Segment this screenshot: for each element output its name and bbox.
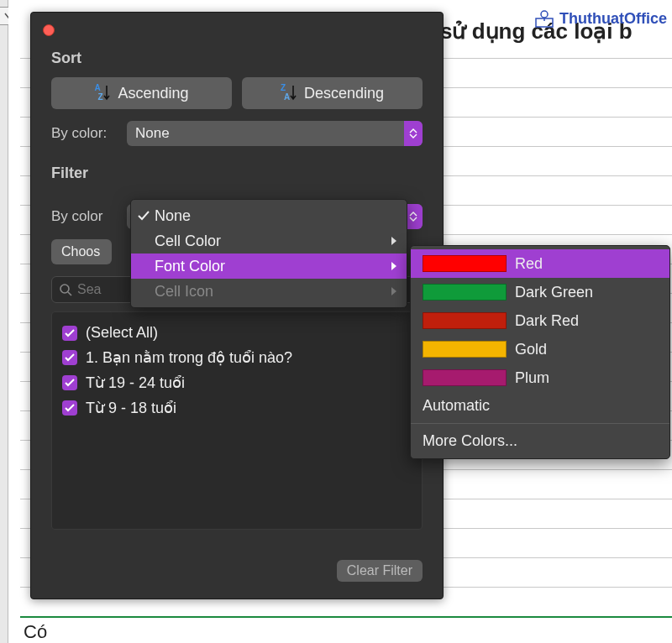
descending-label: Descending xyxy=(304,85,384,102)
watermark: ThuthuatOffice xyxy=(533,7,667,30)
dropdown-item-none[interactable]: None xyxy=(131,203,407,228)
watermark-icon xyxy=(533,7,556,30)
checkbox-icon[interactable] xyxy=(62,326,77,341)
bottom-cell[interactable]: Có xyxy=(20,616,672,643)
row-headers xyxy=(0,0,8,643)
more-colors-label: More Colors... xyxy=(423,432,517,449)
color-swatch xyxy=(423,255,507,272)
sort-by-color-select[interactable]: None xyxy=(127,121,423,146)
dropdown-item-label: Cell Color xyxy=(155,233,221,250)
search-icon xyxy=(59,283,72,296)
checkbox-icon[interactable] xyxy=(62,400,77,416)
color-name: Plum xyxy=(515,369,549,387)
color-item-red[interactable]: Red xyxy=(411,249,669,278)
automatic-label: Automatic xyxy=(423,397,490,414)
check-icon xyxy=(138,211,150,221)
filter-check-item[interactable]: Từ 19 - 24 tuổi xyxy=(62,370,412,395)
watermark-text: ThuthuatOffice xyxy=(559,10,667,28)
dropdown-item-font-color[interactable]: Font Color xyxy=(131,254,407,279)
svg-point-1 xyxy=(541,11,548,18)
sort-descending-button[interactable]: ZA Descending xyxy=(242,77,423,109)
font-color-submenu: Red Dark Green Dark Red Gold Plum Automa… xyxy=(410,245,670,459)
color-swatch xyxy=(423,284,507,301)
filter-section-title: Filter xyxy=(51,165,443,182)
choose-one-button[interactable]: Choos xyxy=(51,239,112,264)
dropdown-item-cell-color[interactable]: Cell Color xyxy=(131,228,407,254)
dropdown-item-label: Cell Icon xyxy=(155,283,213,301)
dropdown-item-label: None xyxy=(155,207,191,225)
color-item-dark-green[interactable]: Dark Green xyxy=(411,278,669,306)
svg-line-4 xyxy=(68,292,71,295)
color-item-gold[interactable]: Gold xyxy=(411,335,669,363)
more-colors-item[interactable]: More Colors... xyxy=(411,427,669,455)
filter-item-label: (Select All) xyxy=(86,324,158,342)
checkbox-icon[interactable] xyxy=(62,375,77,390)
filter-item-label: 1. Bạn nằm trong độ tuổi nào? xyxy=(86,348,292,367)
color-item-dark-red[interactable]: Dark Red xyxy=(411,306,669,335)
filter-check-item[interactable]: Từ 9 - 18 tuổi xyxy=(62,395,412,421)
filter-check-item[interactable]: (Select All) xyxy=(62,321,412,345)
color-swatch xyxy=(423,341,507,358)
color-name: Dark Red xyxy=(515,312,579,330)
filter-by-color-label: By color xyxy=(51,208,117,225)
filter-checklist: (Select All) 1. Bạn nằm trong độ tuổi nà… xyxy=(51,311,423,530)
clear-filter-label: Clear Filter xyxy=(347,563,412,578)
filter-item-label: Từ 19 - 24 tuổi xyxy=(86,374,185,392)
clear-filter-button[interactable]: Clear Filter xyxy=(337,560,423,582)
filter-item-label: Từ 9 - 18 tuổi xyxy=(86,399,176,417)
submenu-separator xyxy=(411,423,669,424)
checkbox-icon[interactable] xyxy=(62,350,77,365)
select-stepper-icon xyxy=(404,121,423,146)
sort-section-title: Sort xyxy=(51,50,443,67)
chevron-right-icon xyxy=(390,261,398,271)
dropdown-item-cell-icon: Cell Icon xyxy=(131,279,407,304)
dropdown-item-label: Font Color xyxy=(155,258,225,275)
color-item-automatic[interactable]: Automatic xyxy=(411,392,669,420)
filter-check-item[interactable]: 1. Bạn nằm trong độ tuổi nào? xyxy=(62,345,412,370)
sort-by-color-label: By color: xyxy=(51,125,117,142)
color-swatch xyxy=(423,369,507,386)
ascending-label: Ascending xyxy=(118,85,188,102)
chevron-right-icon xyxy=(390,236,398,246)
sort-by-color-value: None xyxy=(135,125,170,142)
chevron-right-icon xyxy=(390,286,398,296)
by-color-dropdown-menu: None Cell Color Font Color Cell Icon xyxy=(130,199,407,308)
descending-icon: ZA xyxy=(281,83,297,103)
color-name: Gold xyxy=(515,341,547,358)
color-name: Red xyxy=(515,255,543,273)
svg-point-3 xyxy=(60,285,69,293)
color-name: Dark Green xyxy=(515,284,593,301)
color-item-plum[interactable]: Plum xyxy=(411,363,669,392)
sort-ascending-button[interactable]: AZ Ascending xyxy=(51,77,232,109)
ascending-icon: AZ xyxy=(94,83,111,103)
color-swatch xyxy=(423,312,507,329)
window-close-button[interactable] xyxy=(43,24,55,36)
choose-label: Choos xyxy=(61,244,100,259)
